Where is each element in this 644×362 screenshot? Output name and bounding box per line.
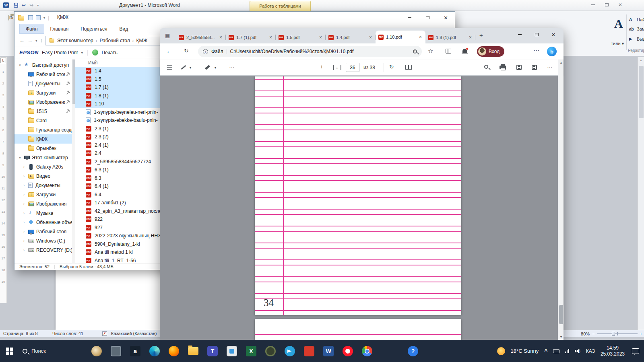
epson-dropdown-icon[interactable]: ▾	[81, 51, 83, 55]
browser-tab[interactable]: 1.4.pdf×	[326, 31, 376, 43]
chevron-icon[interactable]: ›	[22, 202, 26, 206]
chevron-icon[interactable]: ›	[22, 248, 26, 252]
help-taskbar-button[interactable]: ?	[407, 343, 419, 359]
opera-taskbar-button[interactable]	[342, 343, 353, 359]
red-app-taskbar-button[interactable]	[303, 343, 315, 359]
browser-tab[interactable]: 1.7 (1).pdf×	[226, 31, 276, 43]
teams-taskbar-button[interactable]: T	[207, 343, 218, 359]
back-icon[interactable]: ←	[166, 47, 172, 54]
page-number-input[interactable]	[346, 63, 359, 72]
highlighter-dropdown-icon[interactable]: ▾	[215, 66, 216, 70]
clock[interactable]: 14:59 25.03.2023	[601, 345, 625, 357]
zoom-slider-thumb[interactable]	[612, 332, 615, 336]
word-close-button[interactable]: ✕	[614, 1, 626, 8]
pdf-scrollbar-thumb[interactable]	[559, 305, 563, 324]
settings-menu-icon[interactable]: ⋯	[533, 47, 540, 54]
taskbar-search[interactable]: Поиск	[19, 340, 54, 362]
weather-sun-icon[interactable]	[497, 347, 505, 355]
tab-close-icon[interactable]: ×	[418, 34, 423, 40]
browser-tab[interactable]: 1.8 (1).pdf×	[425, 31, 475, 43]
browser-tab[interactable]: 1.5.pdf×	[276, 31, 326, 43]
sidebar-item[interactable]: Рабочий стол	[14, 70, 75, 79]
pdf-viewer[interactable]: 34	[160, 76, 564, 340]
zoom-search-icon[interactable]	[413, 49, 417, 53]
chevron-icon[interactable]: ›	[22, 239, 26, 243]
save-icon[interactable]	[516, 65, 522, 70]
sidebar-item[interactable]: ›Загрузки	[14, 190, 75, 199]
more-tools-icon[interactable]: ⋯	[229, 64, 235, 70]
history-dropdown-icon[interactable]: ▾	[35, 39, 37, 43]
word-word-count[interactable]: Число слов: 41	[52, 331, 83, 336]
epson-print-icon[interactable]	[92, 49, 98, 56]
word-language-status[interactable]: Казахский (Казахстан)	[111, 331, 157, 336]
scroll-up-icon[interactable]: ▲	[638, 57, 644, 62]
notifications-bell-icon[interactable]	[462, 49, 467, 53]
tab-close-icon[interactable]: ×	[368, 35, 373, 40]
sidebar-item[interactable]: Card	[14, 116, 75, 125]
pen-dropdown-icon[interactable]: ▾	[190, 66, 191, 70]
hidden-icons-chevron[interactable]: ^	[544, 348, 547, 354]
gray-app-taskbar-button[interactable]	[110, 343, 122, 359]
select-button[interactable]: ▶ Выделить ▾	[629, 36, 644, 41]
qat-dropdown-icon[interactable]: ▾	[37, 4, 39, 7]
weather-label[interactable]: 18°C Sunny	[511, 348, 539, 354]
sidebar-item[interactable]: ›Документы	[14, 181, 75, 190]
epson-product[interactable]: Easy Photo Print	[42, 50, 78, 56]
word-scrollbar[interactable]: ▲	[638, 57, 644, 330]
messenger-taskbar-button[interactable]	[284, 343, 295, 359]
sidebar-item[interactable]: Орынбек	[14, 144, 75, 153]
breadcrumb-item[interactable]: Этот компьютер	[57, 38, 93, 43]
chrome-taskbar-button[interactable]	[361, 343, 373, 359]
firefox-taskbar-button[interactable]	[168, 343, 180, 359]
replace-button[interactable]: ab Заменить	[629, 27, 644, 31]
spellcheck-icon[interactable]: ✗	[102, 331, 107, 336]
chevron-icon[interactable]: ▾	[18, 156, 22, 160]
find-button[interactable]: А Найти ▾	[629, 17, 644, 22]
zoom-percent[interactable]: 80%	[581, 331, 590, 336]
explorer-titlebar[interactable]: ▾ | ҚМЖ ✕	[14, 12, 455, 24]
up-icon[interactable]: ↑	[40, 37, 43, 43]
shell-app-taskbar-button[interactable]	[91, 343, 102, 359]
edge-maximize-button[interactable]	[528, 28, 545, 41]
word-titlebar[interactable]: W ↩ ↪ ▾ Документ1 - Microsoft Word Работ…	[0, 0, 644, 11]
chevron-icon[interactable]: ›	[22, 165, 26, 169]
refresh-icon[interactable]: ↻	[184, 47, 189, 54]
sidebar-item[interactable]: Изображения	[14, 97, 75, 107]
sidebar-item[interactable]: ›Galaxy A20s	[14, 162, 75, 171]
styles-label[interactable]: тили ▾	[611, 41, 624, 46]
sidebar-scrollbar[interactable]	[72, 59, 75, 263]
browser-tab[interactable]: 1.10.pdf×	[376, 31, 425, 43]
sidebar-item[interactable]: Загрузки	[14, 88, 75, 97]
edge-close-button[interactable]: ✕	[545, 28, 562, 41]
sidebar-item[interactable]: ›Рабочий стол	[14, 227, 75, 236]
more-options-icon[interactable]: ⋯	[547, 64, 553, 70]
info-icon[interactable]: i	[203, 49, 208, 54]
epson-print-label[interactable]: Печать	[101, 50, 117, 56]
language-indicator[interactable]: КАЗ	[586, 348, 595, 354]
draw-pen-icon[interactable]	[181, 65, 186, 70]
menu-file[interactable]: Файл	[19, 24, 44, 34]
sidebar-item[interactable]: ›RECOVERY (D:)	[14, 245, 75, 255]
zoom-in-icon[interactable]: +	[640, 331, 642, 336]
scroll-up-icon[interactable]: ▲	[558, 61, 564, 64]
chevron-icon[interactable]: ›	[22, 174, 26, 178]
excel-taskbar-button[interactable]: X	[246, 343, 257, 359]
explorer-qat-icon[interactable]	[36, 15, 41, 20]
collections-icon[interactable]	[446, 49, 451, 53]
camera-app-taskbar-button[interactable]	[265, 343, 276, 359]
sidebar-item[interactable]: 1515	[14, 107, 75, 116]
volume-icon[interactable]: )	[575, 349, 580, 353]
touch-keyboard-icon[interactable]	[553, 349, 559, 353]
menu-home[interactable]: Главная	[44, 24, 75, 34]
sidebar-item[interactable]: ›Изображения	[14, 199, 75, 208]
print-icon[interactable]	[500, 66, 506, 69]
word-context-tab[interactable]: Работа с таблицами	[250, 1, 311, 11]
explorer-maximize-button[interactable]	[419, 12, 437, 24]
chevron-icon[interactable]: ›	[22, 220, 26, 224]
bing-icon[interactable]: b	[547, 47, 557, 56]
menu-share[interactable]: Поделиться	[74, 24, 113, 34]
chevron-icon[interactable]: ›	[22, 193, 26, 197]
edge-minimize-button[interactable]	[511, 28, 528, 41]
breadcrumb-item[interactable]: Рабочий стол	[99, 38, 130, 43]
notification-center-icon[interactable]	[632, 348, 639, 354]
